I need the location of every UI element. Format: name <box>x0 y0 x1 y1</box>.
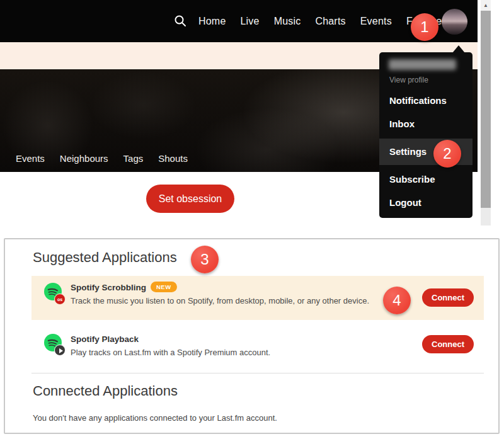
set-obsession-button[interactable]: Set obsession <box>146 185 234 213</box>
annotation-step-2: 2 <box>433 140 461 168</box>
app-description: Track the music you listen to on Spotify… <box>71 296 369 305</box>
connected-applications-title: Connected Applications <box>33 383 178 399</box>
tab-tags[interactable]: Tags <box>123 153 144 164</box>
connected-empty-message: You don't have any applications connecte… <box>33 413 277 423</box>
connect-spotify-scrobbling-button[interactable]: Connect <box>422 288 474 307</box>
app-info: Spotify ScrobblingNEW Track the music yo… <box>71 282 369 305</box>
applications-panel: Suggested Applications os Spotify Scrobb… <box>4 238 500 434</box>
menu-item-inbox[interactable]: Inbox <box>379 115 472 134</box>
scrollbar-thumb[interactable] <box>481 11 491 208</box>
profile-dropdown-menu: View profile Notifications Inbox Setting… <box>379 52 472 218</box>
nav-links: Home Live Music Charts Events Features <box>198 16 447 27</box>
menu-item-logout[interactable]: Logout <box>379 193 472 212</box>
play-badge-icon <box>54 345 66 356</box>
annotation-step-1: 1 <box>411 13 438 41</box>
tab-neighbours[interactable]: Neighbours <box>60 153 108 164</box>
app-row-spotify-playback: Spotify Playback Play tracks on Last.fm … <box>32 328 484 365</box>
app-row-spotify-scrobbling: os Spotify ScrobblingNEW Track the music… <box>32 276 484 320</box>
scrobble-os-badge-icon: os <box>54 294 66 305</box>
suggested-applications-title: Suggested Applications <box>33 249 177 266</box>
username-redacted <box>389 59 456 70</box>
section-divider <box>32 373 484 373</box>
new-badge: NEW <box>151 282 177 292</box>
annotation-step-3: 3 <box>191 246 219 273</box>
app-description: Play tracks on Last.fm with a Spotify Pr… <box>71 348 270 357</box>
user-avatar[interactable] <box>442 9 467 35</box>
top-navbar: Home Live Music Charts Events Features <box>0 0 478 42</box>
vertical-scrollbar[interactable]: ▲ <box>481 0 491 225</box>
menu-item-subscribe[interactable]: Subscribe <box>379 170 472 189</box>
nav-item-charts[interactable]: Charts <box>315 16 345 27</box>
menu-item-notifications[interactable]: Notifications <box>379 91 472 110</box>
app-info: Spotify Playback Play tracks on Last.fm … <box>71 333 270 357</box>
nav-item-events[interactable]: Events <box>360 16 392 27</box>
profile-tabs: Events Neighbours Tags Shouts <box>16 153 188 164</box>
nav-item-live[interactable]: Live <box>240 16 259 27</box>
tab-events[interactable]: Events <box>16 153 45 164</box>
connect-spotify-playback-button[interactable]: Connect <box>422 335 474 353</box>
nav-item-home[interactable]: Home <box>198 16 226 27</box>
app-name: Spotify Playback <box>71 334 139 344</box>
nav-item-music[interactable]: Music <box>274 16 301 27</box>
menu-item-view-profile[interactable]: View profile <box>389 76 428 84</box>
menu-caret-icon <box>452 45 465 53</box>
search-icon[interactable] <box>174 14 186 27</box>
scroll-up-icon[interactable]: ▲ <box>481 0 491 11</box>
annotation-step-4: 4 <box>383 287 411 314</box>
tab-shouts[interactable]: Shouts <box>158 153 188 164</box>
screenshot-root: Home Live Music Charts Events Features E… <box>0 0 504 439</box>
app-name: Spotify Scrobbling <box>71 283 146 292</box>
